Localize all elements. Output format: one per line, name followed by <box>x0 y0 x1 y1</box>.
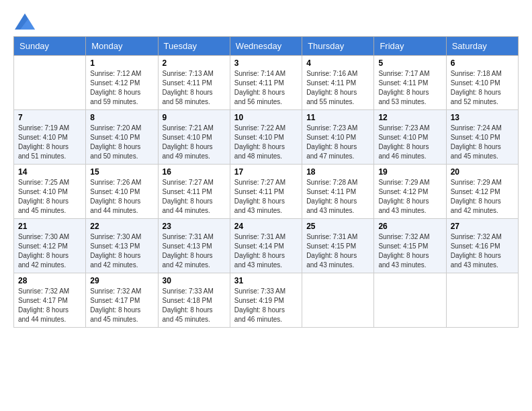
day-info: Sunrise: 7:18 AMSunset: 4:10 PMDaylight:… <box>451 70 502 105</box>
day-info: Sunrise: 7:33 AMSunset: 4:19 PMDaylight:… <box>234 287 285 323</box>
day-number: 1 <box>90 58 153 68</box>
day-number: 25 <box>306 222 369 231</box>
header-day-wednesday: Wednesday <box>230 37 302 56</box>
calendar-cell: 27 Sunrise: 7:32 AMSunset: 4:16 PMDaylig… <box>446 219 518 273</box>
header-day-saturday: Saturday <box>446 37 518 56</box>
day-info: Sunrise: 7:17 AMSunset: 4:11 PMDaylight:… <box>378 70 429 105</box>
calendar-cell: 13 Sunrise: 7:24 AMSunset: 4:10 PMDaylig… <box>446 110 518 165</box>
calendar-cell: 9 Sunrise: 7:21 AMSunset: 4:10 PMDayligh… <box>158 110 230 165</box>
logo-general <box>13 15 35 26</box>
calendar-week-row: 1 Sunrise: 7:12 AMSunset: 4:12 PMDayligh… <box>14 56 519 110</box>
calendar-cell: 30 Sunrise: 7:33 AMSunset: 4:18 PMDaylig… <box>158 273 230 328</box>
calendar-cell: 19 Sunrise: 7:29 AMSunset: 4:12 PMDaylig… <box>374 165 446 219</box>
day-number: 16 <box>163 167 226 177</box>
header-day-thursday: Thursday <box>302 37 374 56</box>
calendar-week-row: 14 Sunrise: 7:25 AMSunset: 4:10 PMDaylig… <box>14 165 519 219</box>
day-info: Sunrise: 7:19 AMSunset: 4:10 PMDaylight:… <box>18 124 69 160</box>
day-number: 17 <box>234 167 298 177</box>
day-number: 24 <box>234 222 298 231</box>
day-number: 2 <box>163 58 226 68</box>
day-number: 5 <box>378 58 441 68</box>
day-info: Sunrise: 7:12 AMSunset: 4:12 PMDaylight:… <box>90 70 141 105</box>
calendar-cell <box>302 273 374 328</box>
day-info: Sunrise: 7:33 AMSunset: 4:18 PMDaylight:… <box>163 287 214 323</box>
day-number: 29 <box>90 276 153 285</box>
calendar-cell: 6 Sunrise: 7:18 AMSunset: 4:10 PMDayligh… <box>446 56 518 110</box>
calendar-header-row: SundayMondayTuesdayWednesdayThursdayFrid… <box>14 37 519 56</box>
day-number: 15 <box>90 167 153 177</box>
calendar-cell: 12 Sunrise: 7:23 AMSunset: 4:10 PMDaylig… <box>374 110 446 165</box>
logo <box>13 13 35 30</box>
calendar-cell: 5 Sunrise: 7:17 AMSunset: 4:11 PMDayligh… <box>374 56 446 110</box>
calendar-cell: 26 Sunrise: 7:32 AMSunset: 4:15 PMDaylig… <box>374 219 446 273</box>
day-number: 4 <box>306 58 369 68</box>
header-day-tuesday: Tuesday <box>158 37 230 56</box>
day-number: 20 <box>451 167 514 177</box>
day-info: Sunrise: 7:13 AMSunset: 4:11 PMDaylight:… <box>163 70 214 105</box>
day-info: Sunrise: 7:31 AMSunset: 4:13 PMDaylight:… <box>163 233 214 269</box>
calendar-cell <box>14 56 86 110</box>
day-info: Sunrise: 7:22 AMSunset: 4:10 PMDaylight:… <box>234 124 285 160</box>
day-number: 18 <box>306 167 369 177</box>
calendar-cell: 28 Sunrise: 7:32 AMSunset: 4:17 PMDaylig… <box>14 273 86 328</box>
calendar-cell: 1 Sunrise: 7:12 AMSunset: 4:12 PMDayligh… <box>86 56 158 110</box>
calendar-week-row: 7 Sunrise: 7:19 AMSunset: 4:10 PMDayligh… <box>14 110 519 165</box>
day-info: Sunrise: 7:24 AMSunset: 4:10 PMDaylight:… <box>451 124 502 160</box>
calendar-week-row: 28 Sunrise: 7:32 AMSunset: 4:17 PMDaylig… <box>14 273 519 328</box>
day-info: Sunrise: 7:32 AMSunset: 4:17 PMDaylight:… <box>18 287 69 323</box>
calendar-cell: 29 Sunrise: 7:32 AMSunset: 4:17 PMDaylig… <box>86 273 158 328</box>
day-info: Sunrise: 7:32 AMSunset: 4:17 PMDaylight:… <box>90 287 141 323</box>
day-number: 22 <box>90 222 153 231</box>
calendar-cell: 23 Sunrise: 7:31 AMSunset: 4:13 PMDaylig… <box>158 219 230 273</box>
calendar-cell: 31 Sunrise: 7:33 AMSunset: 4:19 PMDaylig… <box>230 273 302 328</box>
day-number: 10 <box>234 113 298 122</box>
calendar-cell: 16 Sunrise: 7:27 AMSunset: 4:11 PMDaylig… <box>158 165 230 219</box>
header-day-monday: Monday <box>86 37 158 56</box>
day-number: 3 <box>234 58 298 68</box>
day-number: 9 <box>163 113 226 122</box>
calendar-week-row: 21 Sunrise: 7:30 AMSunset: 4:12 PMDaylig… <box>14 219 519 273</box>
day-info: Sunrise: 7:21 AMSunset: 4:10 PMDaylight:… <box>163 124 214 160</box>
calendar-table: SundayMondayTuesdayWednesdayThursdayFrid… <box>13 36 519 328</box>
calendar-cell <box>374 273 446 328</box>
calendar-cell: 7 Sunrise: 7:19 AMSunset: 4:10 PMDayligh… <box>14 110 86 165</box>
day-number: 19 <box>378 167 441 177</box>
day-info: Sunrise: 7:26 AMSunset: 4:10 PMDaylight:… <box>90 179 141 214</box>
logo-text <box>13 13 35 30</box>
calendar-cell: 15 Sunrise: 7:26 AMSunset: 4:10 PMDaylig… <box>86 165 158 219</box>
calendar-cell: 22 Sunrise: 7:30 AMSunset: 4:13 PMDaylig… <box>86 219 158 273</box>
day-number: 13 <box>451 113 514 122</box>
calendar-cell: 24 Sunrise: 7:31 AMSunset: 4:14 PMDaylig… <box>230 219 302 273</box>
day-info: Sunrise: 7:30 AMSunset: 4:12 PMDaylight:… <box>18 233 69 269</box>
calendar-cell: 3 Sunrise: 7:14 AMSunset: 4:11 PMDayligh… <box>230 56 302 110</box>
day-info: Sunrise: 7:28 AMSunset: 4:11 PMDaylight:… <box>306 179 357 214</box>
day-number: 7 <box>18 113 81 122</box>
logo-icon <box>15 13 35 30</box>
calendar-cell: 8 Sunrise: 7:20 AMSunset: 4:10 PMDayligh… <box>86 110 158 165</box>
day-number: 26 <box>378 222 441 231</box>
day-number: 28 <box>18 276 81 285</box>
day-info: Sunrise: 7:27 AMSunset: 4:11 PMDaylight:… <box>234 179 285 214</box>
day-info: Sunrise: 7:14 AMSunset: 4:11 PMDaylight:… <box>234 70 285 105</box>
calendar-cell: 21 Sunrise: 7:30 AMSunset: 4:12 PMDaylig… <box>14 219 86 273</box>
header-day-friday: Friday <box>374 37 446 56</box>
calendar-cell: 20 Sunrise: 7:29 AMSunset: 4:12 PMDaylig… <box>446 165 518 219</box>
day-info: Sunrise: 7:29 AMSunset: 4:12 PMDaylight:… <box>451 179 502 214</box>
day-number: 8 <box>90 113 153 122</box>
header-day-sunday: Sunday <box>14 37 86 56</box>
calendar-cell: 2 Sunrise: 7:13 AMSunset: 4:11 PMDayligh… <box>158 56 230 110</box>
calendar-cell: 14 Sunrise: 7:25 AMSunset: 4:10 PMDaylig… <box>14 165 86 219</box>
day-number: 31 <box>234 276 298 285</box>
day-info: Sunrise: 7:23 AMSunset: 4:10 PMDaylight:… <box>306 124 357 160</box>
header <box>13 13 519 30</box>
calendar-cell: 17 Sunrise: 7:27 AMSunset: 4:11 PMDaylig… <box>230 165 302 219</box>
day-info: Sunrise: 7:29 AMSunset: 4:12 PMDaylight:… <box>378 179 429 214</box>
day-number: 12 <box>378 113 441 122</box>
day-number: 30 <box>163 276 226 285</box>
day-number: 6 <box>451 58 514 68</box>
day-number: 14 <box>18 167 81 177</box>
day-info: Sunrise: 7:23 AMSunset: 4:10 PMDaylight:… <box>378 124 429 160</box>
calendar-cell: 25 Sunrise: 7:31 AMSunset: 4:15 PMDaylig… <box>302 219 374 273</box>
day-info: Sunrise: 7:16 AMSunset: 4:11 PMDaylight:… <box>306 70 357 105</box>
calendar-cell: 10 Sunrise: 7:22 AMSunset: 4:10 PMDaylig… <box>230 110 302 165</box>
